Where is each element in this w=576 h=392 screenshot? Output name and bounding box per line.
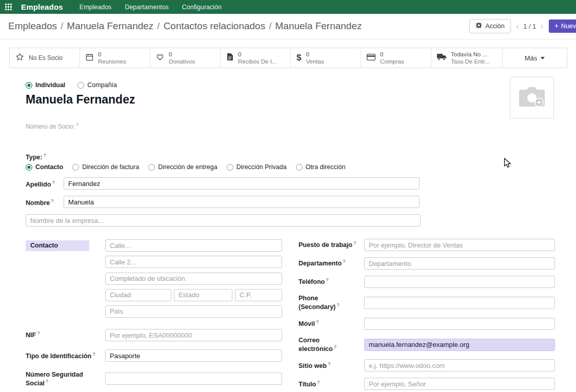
dollar-icon — [296, 53, 301, 63]
help-icon — [316, 319, 319, 324]
stat-button-donativos[interactable]: 0 Donativos — [150, 48, 221, 68]
job-input[interactable] — [364, 239, 555, 251]
address-type-factura[interactable]: Dirección de factura — [72, 163, 139, 171]
stat-button-socio[interactable]: No Es Socio — [10, 48, 80, 68]
mobile-input[interactable] — [364, 318, 555, 330]
apps-grid-icon[interactable] — [5, 4, 12, 10]
address-type-otra[interactable]: Otra dirección — [296, 163, 346, 171]
stat-label: Donativos — [169, 58, 195, 65]
chevron-right-icon[interactable] — [540, 23, 543, 30]
phone-secondary-label: Phone (Secondary) — [299, 294, 364, 312]
app-title[interactable]: Empleados — [21, 3, 63, 11]
help-icon — [51, 198, 54, 203]
city-input[interactable] — [105, 289, 171, 301]
job-label-text: Puesto de trabajo — [299, 242, 352, 249]
id-type-label-text: Tipo de Identificación — [26, 353, 91, 360]
title-label-text: Título — [299, 381, 316, 388]
crumb-current: Manuela Fernandez — [275, 20, 362, 31]
stat-button-recibos[interactable]: 0 Recibos De I... — [221, 48, 291, 68]
contact-section-label: Contacto — [26, 240, 89, 251]
phone-label-text: Teléfono — [299, 279, 325, 286]
address-type-radios: Contacto Dirección de factura Dirección … — [26, 163, 576, 171]
stat-button-ventas[interactable]: 0 Ventas — [291, 48, 361, 68]
phone-input[interactable] — [364, 276, 555, 288]
nav-item-departamentos[interactable]: Departamentos — [125, 4, 168, 11]
nav-item-empleados[interactable]: Empleados — [80, 4, 112, 11]
breadcrumb-separator: / — [57, 20, 67, 31]
calendar-icon — [86, 53, 93, 63]
street-input[interactable] — [105, 239, 282, 252]
help-icon — [76, 122, 78, 127]
id-type-input[interactable] — [105, 349, 282, 362]
contact-name-title[interactable]: Manuela Fernandez — [26, 93, 576, 107]
mobile-label: Móvil — [299, 319, 364, 328]
address-type-label: Dirección de factura — [82, 163, 139, 171]
more-button[interactable]: Más — [503, 48, 567, 68]
form-sheet: Individual Compañía Manuela Fernandez Nú… — [0, 68, 576, 392]
stat-button-compras[interactable]: 0 Compras — [361, 48, 431, 68]
name-fields: Apellido Nombre — [26, 177, 576, 226]
radio-individual[interactable]: Individual — [26, 81, 65, 89]
star-icon — [15, 53, 24, 63]
crumb-contactos-relacionados[interactable]: Contactos relacionados — [164, 20, 266, 31]
member-number-text: Número de Socio: — [26, 123, 75, 130]
stat-value: Todavía No ... — [451, 51, 489, 58]
action-button-label: Acción — [485, 23, 505, 30]
location-input[interactable] — [105, 273, 282, 285]
nombre-input[interactable] — [64, 196, 420, 208]
help-icon — [334, 344, 337, 349]
website-input[interactable] — [364, 359, 555, 372]
breadcrumb: Empleados/Manuela Fernandez/Contactos re… — [8, 20, 362, 32]
help-icon — [326, 277, 329, 282]
new-button[interactable]: Nuevo — [549, 19, 576, 33]
ssn-label: Número Seguridad Social — [26, 366, 105, 388]
nombre-row: Nombre — [26, 196, 576, 208]
chevron-left-icon[interactable] — [516, 23, 519, 30]
address-type-privada[interactable]: Dirección Privada — [227, 163, 287, 171]
address-type-label: Otra dirección — [306, 163, 346, 171]
address-type-label: Dirección de entrega — [158, 163, 217, 171]
breadcrumb-separator: / — [265, 20, 275, 31]
state-input[interactable] — [174, 289, 232, 301]
pager: 1 / 1 — [516, 23, 544, 30]
nif-input[interactable] — [105, 329, 282, 341]
ssn-input[interactable] — [105, 373, 282, 385]
id-type-label: Tipo de Identificación — [26, 347, 105, 360]
mobile-label-text: Móvil — [299, 320, 315, 327]
nav-item-configuracion[interactable]: Configuración — [182, 4, 222, 11]
department-input[interactable] — [364, 257, 555, 270]
address-type-entrega[interactable]: Dirección de entrega — [148, 163, 217, 171]
stat-button-reuniones[interactable]: 0 Reuniones — [80, 48, 150, 68]
action-button[interactable]: Acción — [469, 19, 511, 33]
type-label-text: Type: — [26, 154, 42, 161]
stat-button-entregas[interactable]: Todavía No ... Tasa De Entr... — [431, 48, 503, 68]
apellido-input[interactable] — [64, 177, 420, 190]
website-label-text: Sitio web — [299, 362, 327, 369]
stat-button-box: No Es Socio 0 Reuniones 0 Donativos — [9, 48, 567, 68]
apellido-label-text: Apellido — [26, 181, 51, 188]
street2-input[interactable] — [105, 256, 282, 268]
stat-label: Ventas — [306, 58, 324, 65]
radio-compania[interactable]: Compañía — [77, 81, 117, 89]
title-input[interactable] — [364, 378, 555, 390]
email-input[interactable] — [364, 339, 555, 351]
help-icon — [317, 380, 320, 385]
address-type-contacto[interactable]: Contacto — [26, 163, 63, 171]
stat-label: Recibos De I... — [238, 58, 276, 65]
company-name-input[interactable] — [26, 214, 421, 226]
country-input[interactable] — [105, 305, 282, 318]
more-button-label: Más — [525, 54, 538, 62]
zip-input[interactable] — [235, 289, 282, 301]
crumb-empleados[interactable]: Empleados — [8, 20, 57, 31]
page: Empleados Empleados Departamentos Config… — [0, 0, 576, 392]
camera-upload-box[interactable] — [510, 77, 554, 118]
department-label: Departamento — [299, 259, 364, 267]
stat-label: Compras — [380, 58, 404, 65]
phone-secondary-label-text: Phone (Secondary) — [299, 295, 335, 311]
receipt-icon — [226, 53, 233, 63]
phone-secondary-input[interactable] — [364, 297, 555, 309]
help-icon — [92, 352, 95, 357]
help-icon — [52, 180, 55, 185]
apellido-label: Apellido — [26, 177, 64, 188]
crumb-manuela-fernandez[interactable]: Manuela Fernandez — [67, 20, 153, 31]
